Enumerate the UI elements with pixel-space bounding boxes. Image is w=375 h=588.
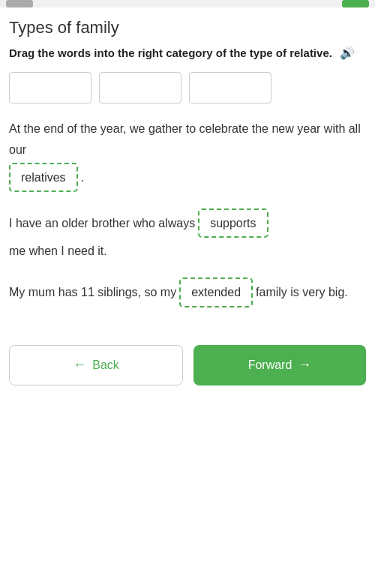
instruction-text: Drag the words into the right category o… bbox=[9, 45, 366, 62]
sentence-1-word[interactable]: relatives bbox=[9, 163, 78, 192]
sentence-2-after: me when I need it. bbox=[9, 241, 107, 261]
sentence-3-word[interactable]: extended bbox=[179, 278, 253, 307]
word-bank bbox=[9, 72, 366, 104]
content-area: Drag the words into the right category o… bbox=[0, 45, 375, 308]
sentence-3: My mum has 11 siblings, so my extended f… bbox=[9, 278, 366, 307]
instruction-label: Drag the words into the right category o… bbox=[9, 46, 332, 59]
sentence-2-word[interactable]: supports bbox=[198, 208, 268, 238]
page-title: Types of family bbox=[0, 8, 375, 45]
sentence-3-before: My mum has 11 siblings, so my bbox=[9, 282, 176, 302]
sound-icon[interactable]: 🔊 bbox=[340, 45, 355, 62]
back-button[interactable]: ← Back bbox=[9, 345, 183, 386]
back-button-label: Back bbox=[92, 358, 119, 372]
footer-buttons: ← Back Forward → bbox=[0, 330, 375, 400]
back-arrow-icon: ← bbox=[73, 357, 86, 373]
forward-button-label: Forward bbox=[248, 358, 292, 372]
forward-arrow-icon: → bbox=[298, 357, 311, 373]
top-bar bbox=[0, 0, 375, 8]
sentence-1-before: At the end of the year, we gather to cel… bbox=[9, 118, 366, 159]
top-indicator-left bbox=[6, 0, 33, 8]
forward-button[interactable]: Forward → bbox=[194, 345, 366, 386]
word-slot-1[interactable] bbox=[9, 72, 92, 104]
sentence-1: At the end of the year, we gather to cel… bbox=[9, 118, 366, 192]
word-slot-2[interactable] bbox=[99, 72, 182, 104]
sentence-2: I have an older brother who always suppo… bbox=[9, 208, 366, 261]
word-slot-3[interactable] bbox=[189, 72, 272, 104]
sentence-3-after: family is very big. bbox=[256, 282, 348, 302]
top-indicator-right bbox=[342, 0, 369, 8]
sentence-2-before: I have an older brother who always bbox=[9, 213, 195, 233]
sentence-1-after: . bbox=[81, 167, 84, 188]
